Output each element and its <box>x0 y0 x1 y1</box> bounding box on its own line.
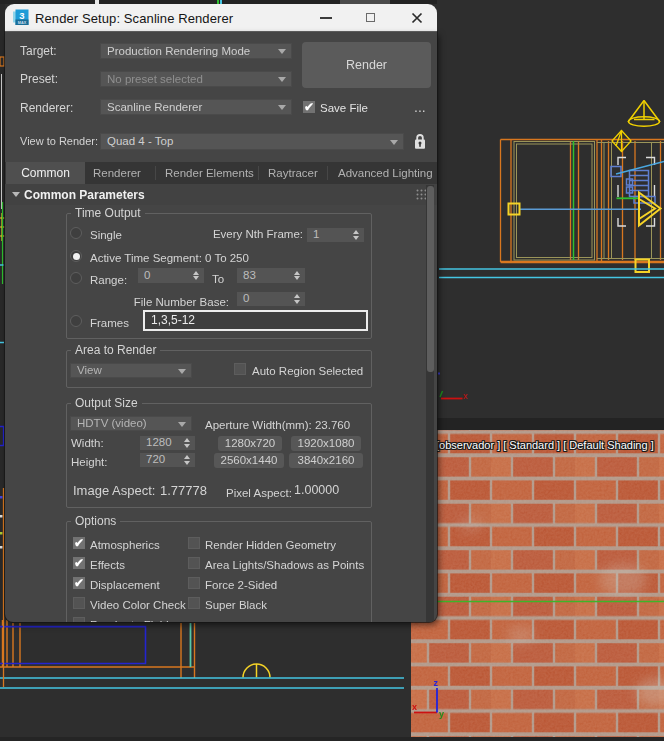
svg-text:3: 3 <box>19 10 24 21</box>
svg-text:y: y <box>439 709 444 719</box>
svg-text:x: x <box>412 702 417 712</box>
svg-text:MAX: MAX <box>17 21 26 25</box>
svg-text:z: z <box>434 678 439 688</box>
svg-text:x: x <box>463 391 468 401</box>
